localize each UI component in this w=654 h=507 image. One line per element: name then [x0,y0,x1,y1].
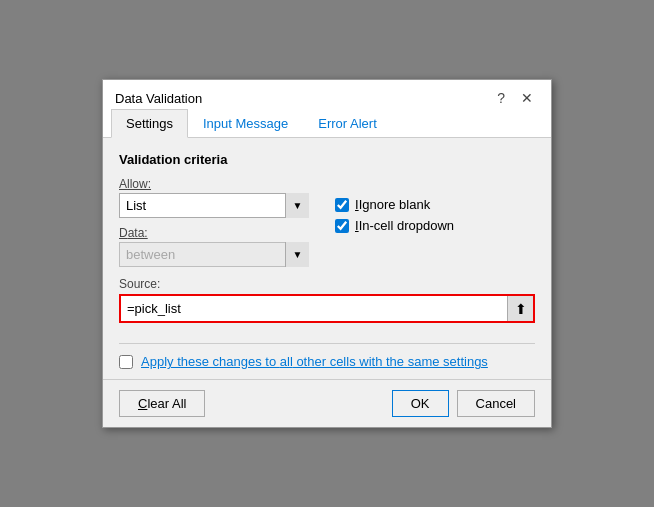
incell-dropdown-label: IIn-cell dropdown [355,218,454,233]
footer-right: OK Cancel [392,390,535,417]
cancel-button[interactable]: Cancel [457,390,535,417]
incell-dropdown-checkbox[interactable] [335,219,349,233]
apply-changes-checkbox[interactable] [119,355,133,369]
ignore-blank-row: IIgnore blank [335,197,535,212]
left-column: Allow: Any value Whole number Decimal Li… [119,177,319,267]
help-button[interactable]: ? [491,88,511,108]
source-collapse-button[interactable]: ⬆ [507,296,533,321]
source-input-wrap: ⬆ [119,294,535,323]
settings-content: Validation criteria Allow: Any value Who… [103,138,551,379]
data-label: Data: [119,226,319,240]
apply-label: Apply these changes to all other cells w… [141,354,488,369]
tab-bar: Settings Input Message Error Alert [103,108,551,138]
dialog-title: Data Validation [115,91,202,106]
allow-select-wrap: Any value Whole number Decimal List Date… [119,193,309,218]
tab-settings[interactable]: Settings [111,109,188,138]
ok-button[interactable]: OK [392,390,449,417]
criteria-row: Allow: Any value Whole number Decimal Li… [119,177,535,267]
clear-all-button[interactable]: Clear All [119,390,205,417]
data-select[interactable]: between not between equal to not equal t… [119,242,309,267]
title-bar-controls: ? ✕ [491,88,539,108]
source-collapse-icon: ⬆ [515,301,527,317]
dialog-footer: Clear All OK Cancel [103,379,551,427]
footer-left: Clear All [119,390,205,417]
ignore-blank-checkbox[interactable] [335,198,349,212]
validation-criteria-label: Validation criteria [119,152,535,167]
allow-label: Allow: [119,177,319,191]
close-button[interactable]: ✕ [515,88,539,108]
apply-section: Apply these changes to all other cells w… [119,343,535,369]
source-section: Source: ⬆ [119,277,535,323]
allow-select[interactable]: Any value Whole number Decimal List Date… [119,193,309,218]
data-select-wrap: between not between equal to not equal t… [119,242,309,267]
tab-error-alert[interactable]: Error Alert [303,109,392,138]
ignore-blank-label: IIgnore blank [355,197,430,212]
tab-input-message[interactable]: Input Message [188,109,303,138]
source-input[interactable] [121,296,507,321]
title-bar: Data Validation ? ✕ [103,80,551,108]
source-label: Source: [119,277,535,291]
right-column: IIgnore blank IIn-cell dropdown [335,177,535,239]
data-section: Data: between not between equal to not e… [119,226,319,267]
data-validation-dialog: Data Validation ? ✕ Settings Input Messa… [102,79,552,428]
incell-dropdown-row: IIn-cell dropdown [335,218,535,233]
